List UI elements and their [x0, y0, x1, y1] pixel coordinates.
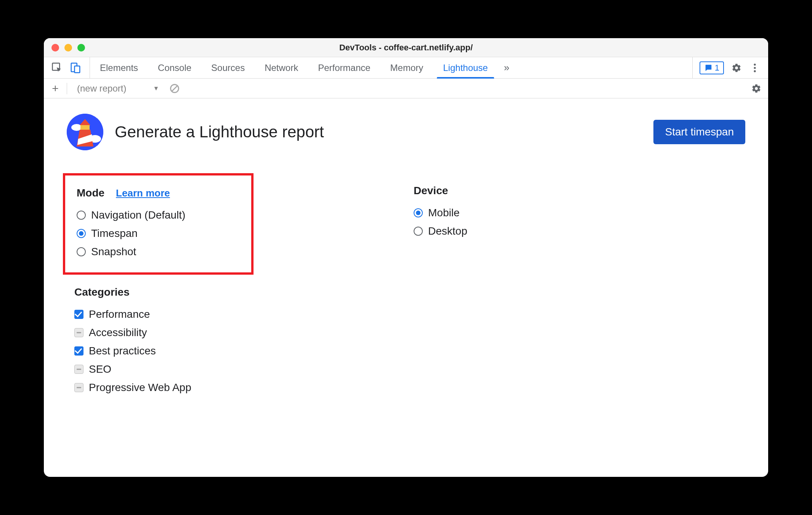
tab-label: Network [265, 63, 298, 73]
tab-label: Lighthouse [443, 63, 488, 73]
inspect-element-icon[interactable] [51, 62, 63, 74]
panel-tabstrip: Elements Console Sources Network Perform… [44, 57, 768, 79]
option-label: Navigation (Default) [91, 209, 185, 221]
svg-rect-2 [75, 66, 80, 73]
more-options-icon[interactable] [749, 62, 761, 74]
settings-icon[interactable] [731, 62, 742, 74]
checkbox-icon [74, 346, 83, 356]
tab-label: Sources [211, 63, 245, 73]
tab-lighthouse[interactable]: Lighthouse [433, 57, 497, 78]
svg-point-5 [754, 70, 756, 72]
category-performance[interactable]: Performance [74, 305, 406, 323]
svg-point-3 [754, 63, 756, 65]
radio-icon [414, 227, 423, 236]
tab-elements[interactable]: Elements [90, 57, 148, 78]
tab-sources[interactable]: Sources [201, 57, 255, 78]
clear-button[interactable] [169, 83, 180, 94]
minimize-window-button[interactable] [64, 44, 72, 52]
option-label: Performance [89, 308, 150, 320]
device-section: Device Mobile Desktop [414, 173, 745, 397]
tab-label: Memory [390, 63, 424, 73]
svg-point-4 [754, 67, 756, 69]
panel-tabs: Elements Console Sources Network Perform… [90, 57, 498, 78]
checkbox-icon [74, 383, 83, 392]
radio-icon [77, 229, 86, 238]
close-window-button[interactable] [51, 44, 59, 52]
option-label: Mobile [428, 207, 459, 219]
devtools-window: DevTools - coffee-cart.netlify.app/ Elem… [44, 38, 768, 477]
radio-icon [414, 208, 423, 217]
categories-section: Categories Performance Accessibility Bes… [74, 286, 406, 397]
mode-option-navigation[interactable]: Navigation (Default) [77, 206, 240, 224]
lighthouse-toolbar: + (new report) ▼ [44, 79, 768, 98]
radio-icon [77, 247, 86, 256]
mode-section-highlighted: Mode Learn more Navigation (Default) Tim… [63, 173, 254, 275]
window-title: DevTools - coffee-cart.netlify.app/ [44, 43, 768, 53]
titlebar: DevTools - coffee-cart.netlify.app/ [44, 38, 768, 57]
start-timespan-button[interactable]: Start timespan [653, 120, 745, 144]
checkbox-icon [74, 365, 83, 374]
option-label: SEO [89, 363, 111, 375]
learn-more-link[interactable]: Learn more [116, 187, 170, 199]
option-label: Timespan [91, 227, 138, 240]
option-label: Progressive Web App [89, 381, 191, 394]
lighthouse-settings-icon[interactable] [751, 83, 762, 94]
option-label: Accessibility [89, 327, 147, 339]
new-report-button[interactable]: + [50, 82, 61, 95]
page-title: Generate a Lighthouse report [115, 123, 324, 141]
tabs-overflow-button[interactable]: » [498, 62, 515, 74]
tab-label: Elements [100, 63, 138, 73]
category-best-practices[interactable]: Best practices [74, 342, 406, 360]
radio-icon [77, 211, 86, 220]
device-heading: Device [414, 185, 448, 197]
option-label: Best practices [89, 345, 156, 357]
tab-performance[interactable]: Performance [308, 57, 380, 78]
mode-heading: Mode [77, 187, 104, 199]
mode-option-timespan[interactable]: Timespan [77, 224, 240, 243]
tab-label: Console [158, 63, 191, 73]
option-label: Desktop [428, 225, 467, 237]
option-label: Snapshot [91, 246, 136, 258]
lighthouse-logo-icon [67, 114, 103, 150]
device-option-mobile[interactable]: Mobile [414, 204, 745, 222]
zoom-window-button[interactable] [77, 44, 85, 52]
lighthouse-panel: Generate a Lighthouse report Start times… [44, 98, 768, 477]
report-selector[interactable]: (new report) ▼ [73, 83, 163, 94]
separator [67, 83, 67, 94]
svg-rect-12 [80, 125, 90, 130]
category-pwa[interactable]: Progressive Web App [74, 378, 406, 397]
category-seo[interactable]: SEO [74, 360, 406, 378]
tab-memory[interactable]: Memory [380, 57, 433, 78]
svg-line-7 [172, 86, 177, 91]
tab-console[interactable]: Console [148, 57, 201, 78]
category-accessibility[interactable]: Accessibility [74, 323, 406, 342]
dropdown-caret-icon: ▼ [153, 85, 159, 92]
categories-heading: Categories [74, 286, 130, 298]
mode-option-snapshot[interactable]: Snapshot [77, 243, 240, 261]
checkbox-icon [74, 310, 83, 319]
issues-count: 1 [715, 63, 719, 73]
device-option-desktop[interactable]: Desktop [414, 222, 745, 240]
tab-label: Performance [318, 63, 370, 73]
tab-network[interactable]: Network [255, 57, 308, 78]
report-selector-label: (new report) [77, 83, 126, 94]
issues-badge[interactable]: 1 [700, 61, 724, 74]
device-toolbar-icon[interactable] [70, 62, 81, 74]
checkbox-icon [74, 328, 83, 337]
